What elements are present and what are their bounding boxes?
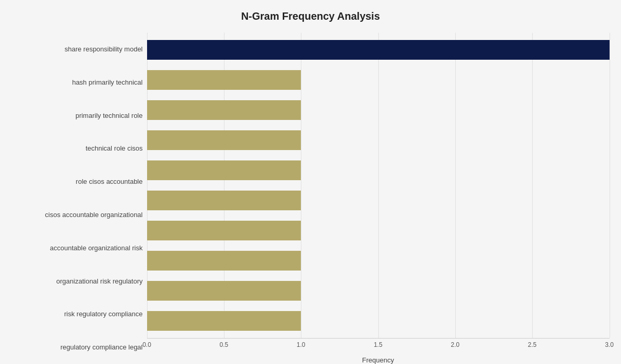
x-tick: 2.0 bbox=[451, 341, 459, 348]
x-tick: 0.0 bbox=[142, 341, 151, 348]
y-label: role cisos accountable bbox=[12, 167, 143, 197]
x-tick: 2.5 bbox=[528, 341, 537, 348]
bar-row bbox=[147, 308, 610, 334]
y-label: share responsibility model bbox=[12, 34, 143, 64]
y-label: regulatory compliance legal bbox=[12, 333, 143, 362]
grid-line bbox=[610, 33, 610, 338]
bar-row bbox=[147, 157, 610, 183]
bar bbox=[147, 100, 301, 120]
bars-and-grid: 0.00.51.01.52.02.53.0 Frequency bbox=[147, 33, 610, 364]
bar-row bbox=[147, 97, 610, 123]
y-label: organizational risk regulatory bbox=[12, 266, 143, 296]
y-label: primarily technical role bbox=[12, 101, 143, 130]
bar-row bbox=[147, 37, 610, 63]
bar bbox=[147, 311, 301, 331]
x-tick: 1.5 bbox=[374, 341, 382, 348]
bar bbox=[147, 251, 301, 271]
y-label: hash primarily technical bbox=[12, 68, 143, 97]
bar-row bbox=[147, 127, 610, 153]
y-axis-labels: share responsibility modelhash primarily… bbox=[12, 33, 147, 364]
bar bbox=[147, 40, 610, 60]
y-label: accountable organizational risk bbox=[12, 233, 143, 263]
x-axis-label: Frequency bbox=[147, 356, 610, 364]
bar-row bbox=[147, 248, 610, 274]
bar-row bbox=[147, 187, 610, 213]
x-tick: 1.0 bbox=[297, 341, 306, 348]
chart-area: share responsibility modelhash primarily… bbox=[12, 33, 610, 364]
chart-container: N-Gram Frequency Analysis share responsi… bbox=[0, 0, 621, 364]
y-label: risk regulatory compliance bbox=[12, 300, 143, 329]
y-label: technical role cisos bbox=[12, 134, 143, 164]
bar-row bbox=[147, 278, 610, 304]
bar bbox=[147, 160, 301, 180]
x-tick: 0.5 bbox=[219, 341, 228, 348]
bar-row bbox=[147, 67, 610, 93]
y-label: cisos accountable organizational bbox=[12, 200, 143, 230]
bar bbox=[147, 70, 301, 90]
x-tick: 3.0 bbox=[605, 341, 614, 348]
bar bbox=[147, 191, 301, 210]
bar-row bbox=[147, 218, 610, 244]
chart-title: N-Gram Frequency Analysis bbox=[241, 10, 380, 22]
x-axis-ticks: 0.00.51.01.52.02.53.0 bbox=[147, 339, 610, 354]
x-axis: 0.00.51.01.52.02.53.0 Frequency bbox=[147, 338, 610, 364]
bar bbox=[147, 221, 301, 240]
bar bbox=[147, 281, 301, 301]
bar bbox=[147, 130, 301, 150]
bars-wrapper bbox=[147, 33, 610, 338]
grid-and-bars bbox=[147, 33, 610, 338]
